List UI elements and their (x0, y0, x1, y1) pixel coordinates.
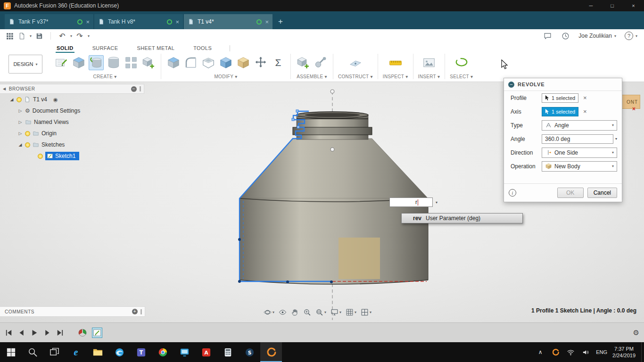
tank-cone[interactable] (239, 139, 428, 198)
expand-triangle-icon[interactable]: ▷ (18, 120, 23, 124)
visibility-bulb-icon[interactable] (17, 97, 22, 102)
selected-sketch-chip[interactable]: Sketch1 (45, 152, 79, 160)
collapse-all-icon[interactable]: − (131, 86, 137, 92)
select-tool-icon[interactable] (454, 55, 469, 70)
browser-item-document-settings[interactable]: ▷ ⚙ Document Settings (0, 105, 144, 116)
visibility-bulb-icon[interactable] (25, 131, 30, 136)
fit-button[interactable]: ▾ (314, 308, 328, 316)
angle-spinner-icon[interactable]: ▾ (615, 137, 617, 141)
undo-button[interactable]: ↶ (58, 31, 67, 41)
cancel-button[interactable]: Cancel (587, 188, 617, 198)
hidden-icons-chevron[interactable]: ∧ (533, 342, 547, 362)
browser-item-origin[interactable]: ▷ Origin (0, 128, 144, 139)
new-component-icon[interactable] (296, 55, 311, 70)
edit-in-place-icon[interactable]: ◉ (53, 97, 58, 103)
teams-icon[interactable]: T (130, 342, 152, 362)
sketch-point[interactable] (238, 280, 241, 283)
panel-drag-handle[interactable] (140, 86, 141, 91)
doc-tab-t1-active[interactable]: T1 v4* × (184, 14, 272, 29)
construction-plane-icon[interactable] (348, 55, 363, 70)
shell-icon[interactable] (201, 55, 216, 70)
orbit-button[interactable]: ▾ (262, 308, 276, 316)
measure-icon[interactable] (388, 55, 403, 70)
tab-sheet-metal[interactable]: SHEET METAL (136, 44, 175, 53)
press-pull-icon[interactable] (166, 55, 181, 70)
extrude-icon[interactable] (71, 55, 86, 70)
viewports-button[interactable]: ▾ (359, 308, 373, 316)
assemble-dropdown[interactable]: ASSEMBLE▾ (297, 73, 327, 80)
start-button[interactable] (0, 342, 22, 362)
insert-dropdown[interactable]: INSERT▾ (418, 73, 440, 80)
axis-endpoint[interactable] (330, 90, 334, 93)
save-button[interactable] (34, 31, 44, 41)
sketch-feature-icon[interactable] (92, 328, 102, 338)
chevron-down-icon[interactable]: ▾ (70, 34, 72, 38)
browser-item-sketch1-selected[interactable]: Sketch1 (0, 150, 144, 162)
task-view-button[interactable] (43, 342, 65, 362)
move-copy-icon[interactable] (253, 55, 268, 70)
browser-item-named-views[interactable]: ▷ Named Views (0, 116, 144, 128)
collapse-dialog-icon[interactable]: − (508, 82, 514, 88)
network-icon[interactable] (563, 342, 578, 362)
edge-icon[interactable] (108, 342, 130, 362)
close-tab-icon[interactable]: × (86, 18, 90, 25)
user-account-menu[interactable]: Joe Zoulikian ▾ (578, 33, 616, 39)
select-dropdown[interactable]: SELECT▾ (450, 73, 473, 80)
display-settings-button[interactable]: ▾ (329, 308, 343, 316)
workspace-selector[interactable]: DESIGN ▾ (8, 55, 42, 74)
chevron-down-icon[interactable]: ▾ (88, 34, 90, 38)
internet-explorer-icon[interactable]: e (65, 342, 87, 362)
zoom-button[interactable] (302, 308, 313, 316)
dialog-header[interactable]: − REVOLVE (504, 78, 622, 91)
expand-triangle-icon[interactable]: ▷ (18, 108, 23, 113)
tab-tools[interactable]: TOOLS (192, 44, 213, 53)
profile-selection-button[interactable]: 1 selected (542, 93, 578, 103)
joint-icon[interactable] (313, 55, 328, 70)
browser-root-row[interactable]: ◢ T1 v4 ◉ (0, 94, 144, 105)
pan-button[interactable] (289, 308, 300, 316)
data-panel-icon[interactable] (5, 31, 14, 41)
sketch-handle[interactable] (297, 126, 299, 128)
expand-triangle-icon[interactable]: ◢ (18, 142, 23, 147)
create-sketch-icon[interactable] (54, 55, 69, 70)
language-indicator[interactable]: ENG (594, 349, 610, 355)
clear-profile-selection-icon[interactable]: × (583, 94, 587, 101)
tab-surface[interactable]: SURFACE (91, 44, 119, 53)
sweep-icon[interactable] (106, 55, 121, 70)
revolve-icon[interactable] (89, 55, 104, 70)
snagit-icon[interactable]: S (239, 342, 260, 362)
fusion-tray-icon[interactable] (548, 342, 562, 362)
fillet-icon[interactable] (183, 55, 198, 70)
maximize-button[interactable]: □ (602, 0, 623, 11)
ok-button[interactable]: OK (557, 188, 584, 198)
type-dropdown[interactable]: Angle ▾ (542, 120, 617, 131)
remote-desktop-icon[interactable] (173, 342, 195, 362)
create-dropdown[interactable]: CREATE▾ (93, 73, 117, 80)
viewcube-close-icon[interactable]: × (632, 106, 636, 112)
minimize-button[interactable]: ─ (580, 0, 602, 11)
version-history-icon[interactable] (561, 31, 570, 41)
collapse-panel-icon[interactable]: ◀ (3, 87, 6, 91)
comment-icon[interactable] (543, 31, 552, 41)
close-button[interactable]: × (623, 0, 644, 11)
help-menu[interactable]: ? ▾ (625, 32, 637, 40)
expression-dropdown-icon[interactable]: ▾ (433, 197, 440, 207)
doc-tab-tank-h[interactable]: Tank H v8* × (94, 14, 183, 29)
axis-midpoint[interactable] (330, 148, 334, 151)
operation-dropdown[interactable]: New Body ▾ (542, 161, 617, 172)
construct-dropdown[interactable]: CONSTRUCT▾ (338, 73, 373, 80)
redo-button[interactable]: ↷ (75, 31, 84, 41)
add-comment-icon[interactable]: + (132, 309, 138, 314)
primitive-icon[interactable] (141, 55, 156, 70)
step-back-button[interactable] (17, 329, 26, 337)
tank-body[interactable] (239, 198, 428, 280)
info-icon[interactable]: i (509, 189, 516, 197)
file-explorer-icon[interactable] (87, 342, 108, 362)
angle-expression-input[interactable]: r (389, 197, 433, 207)
visibility-bulb-icon[interactable] (38, 154, 43, 159)
step-forward-button[interactable] (43, 329, 51, 337)
chrome-icon[interactable] (152, 342, 173, 362)
clear-axis-selection-icon[interactable]: × (583, 108, 587, 115)
sketch-point[interactable] (330, 280, 333, 283)
angle-value-input[interactable]: 360.0 deg (542, 134, 613, 144)
